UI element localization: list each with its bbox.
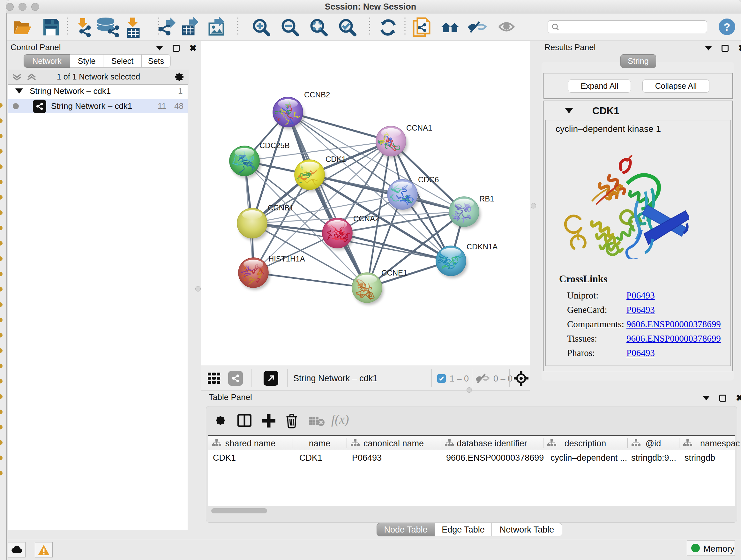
svg-text:CDK1: CDK1 xyxy=(326,155,346,164)
svg-text:CCNB1: CCNB1 xyxy=(268,203,293,212)
svg-text:CDC6: CDC6 xyxy=(418,175,439,184)
svg-text:RB1: RB1 xyxy=(479,194,494,203)
svg-text:CDKN1A: CDKN1A xyxy=(467,242,497,251)
svg-text:HIST1H1A: HIST1H1A xyxy=(268,254,305,263)
svg-text:CCNE1: CCNE1 xyxy=(381,268,407,277)
svg-text:CCNA2: CCNA2 xyxy=(353,214,379,223)
svg-text:CDC25B: CDC25B xyxy=(259,141,290,150)
svg-text:CCNB2: CCNB2 xyxy=(304,90,330,99)
svg-text:CCNA1: CCNA1 xyxy=(406,124,432,132)
